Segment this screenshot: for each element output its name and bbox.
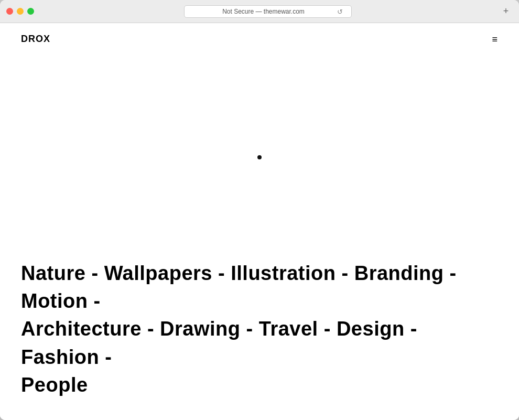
site-logo: DROX (21, 34, 50, 45)
center-dot-area (21, 55, 498, 260)
site-header: DROX ≡ (0, 23, 519, 55)
categories-text: Nature - Wallpapers - Illustration - Bra… (21, 260, 498, 399)
browser-chrome: Not Secure — themewar.com ↺ + (0, 0, 519, 23)
categories-line-1: Nature - Wallpapers - Illustration - Bra… (21, 260, 498, 315)
address-bar-container: Not Secure — themewar.com ↺ (40, 5, 495, 18)
address-bar[interactable]: Not Secure — themewar.com ↺ (184, 5, 352, 18)
categories-line-3: People (21, 371, 498, 399)
maximize-button[interactable] (27, 8, 34, 15)
categories-line-2: Architecture - Drawing - Travel - Design… (21, 315, 498, 371)
website-content: DROX ≡ Nature - Wallpapers - Illustratio… (0, 23, 519, 420)
close-button[interactable] (6, 8, 13, 15)
browser-window: Not Secure — themewar.com ↺ + DROX ≡ Nat… (0, 0, 519, 420)
site-main: Nature - Wallpapers - Illustration - Bra… (0, 55, 519, 420)
traffic-lights (6, 8, 34, 15)
minimize-button[interactable] (17, 8, 24, 15)
reload-icon[interactable]: ↺ (337, 7, 343, 15)
address-bar-text: Not Secure — themewar.com (222, 8, 305, 15)
hamburger-icon[interactable]: ≡ (492, 35, 498, 44)
center-dot (257, 155, 262, 159)
new-tab-button[interactable]: + (499, 5, 513, 18)
